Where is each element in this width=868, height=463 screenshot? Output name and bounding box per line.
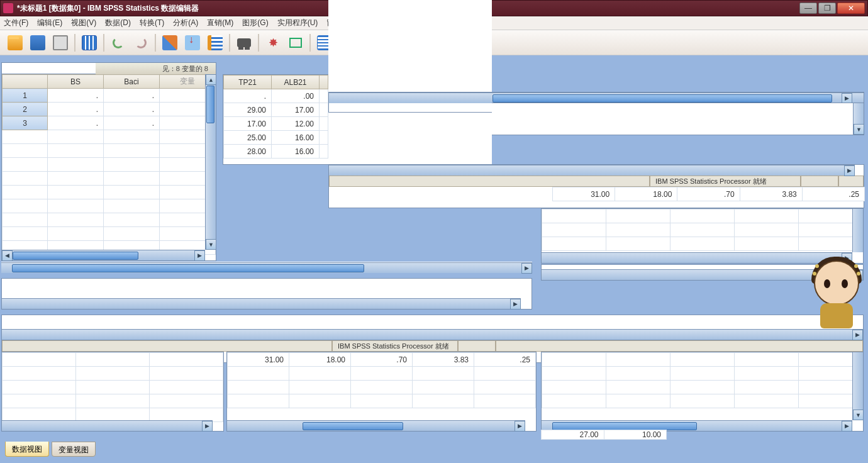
scroll-right-icon[interactable]: ▶	[521, 263, 532, 274]
tab-variable-view[interactable]: 变量视图	[52, 442, 96, 457]
scroll-up-icon[interactable]: ▲	[206, 74, 216, 85]
scroll-left-icon[interactable]: ◀	[2, 250, 13, 261]
cell[interactable]: 16.00	[272, 145, 320, 159]
scroll-right-icon[interactable]: ▶	[842, 421, 852, 432]
menu-edit[interactable]: 编辑(E)	[37, 18, 62, 28]
cell[interactable]: 27.00	[542, 430, 604, 440]
scroll-right-icon[interactable]: ▶	[852, 330, 863, 340]
menu-util[interactable]: 实用程序(U)	[277, 18, 318, 28]
close-button[interactable]: ✕	[837, 3, 865, 14]
menu-view[interactable]: 视图(V)	[71, 18, 96, 28]
menu-analyze[interactable]: 分析(A)	[173, 18, 198, 28]
cell[interactable]: .	[48, 116, 104, 130]
maximize-button[interactable]: ❐	[818, 3, 836, 14]
cell[interactable]: .70	[677, 187, 740, 201]
col-bs[interactable]: BS	[48, 75, 104, 89]
col-tp21[interactable]: TP21	[224, 75, 272, 89]
scroll-down-icon[interactable]: ▼	[854, 124, 864, 135]
cell[interactable]: 18.00	[615, 187, 677, 201]
find-button[interactable]	[234, 33, 254, 53]
cell[interactable]: .	[48, 89, 104, 103]
data-grid-center[interactable]: TP21 ALB21 ..00 29.0017.00 17.0012.00 25…	[223, 75, 328, 159]
scroll-right-icon[interactable]: ▶	[842, 93, 852, 104]
scroll-right-icon[interactable]: ▶	[515, 421, 525, 432]
open-button[interactable]	[5, 33, 25, 53]
hscroll[interactable]: ▶	[542, 252, 852, 263]
cell[interactable]: 31.00	[228, 353, 289, 367]
cell[interactable]: 12.00	[272, 117, 320, 131]
cell[interactable]: .25	[474, 353, 536, 367]
name-box[interactable]	[1, 62, 96, 74]
cell[interactable]: .	[104, 116, 160, 130]
cell[interactable]: .	[48, 103, 104, 116]
scroll-right-icon[interactable]: ▶	[852, 270, 863, 281]
corner-cell[interactable]	[3, 75, 48, 89]
hscroll[interactable]: ▶	[329, 92, 864, 103]
hscroll[interactable]: ▶	[1, 262, 532, 273]
vscroll[interactable]: ▼	[852, 352, 863, 420]
col-baci[interactable]: Baci	[104, 75, 160, 89]
cell[interactable]: 3.83	[740, 187, 802, 201]
hscroll[interactable]: ▶	[227, 420, 525, 431]
hscroll[interactable]: ▶	[2, 298, 521, 309]
row-header-3[interactable]: 3	[3, 116, 48, 130]
scroll-thumb[interactable]	[13, 252, 138, 260]
cell[interactable]: 25.00	[224, 131, 272, 145]
cell[interactable]: 17.00	[272, 103, 320, 117]
cell[interactable]: 17.00	[224, 117, 272, 131]
scroll-thumb[interactable]	[303, 422, 403, 430]
row-header-2[interactable]: 2	[3, 103, 48, 116]
hscroll[interactable]: ▶	[2, 420, 213, 431]
scroll-thumb[interactable]	[552, 422, 697, 430]
scroll-right-icon[interactable]: ▶	[202, 421, 213, 432]
minimize-button[interactable]: —	[799, 3, 817, 14]
scroll-down-icon[interactable]: ▼	[853, 410, 864, 420]
goto-case-button[interactable]	[160, 33, 180, 53]
split-button[interactable]: ✸	[263, 33, 283, 53]
row-header-1[interactable]: 1	[3, 89, 48, 103]
hscroll[interactable]: ▶	[329, 165, 855, 176]
recall-button[interactable]	[79, 33, 99, 53]
menu-file[interactable]: 文件(F)	[4, 18, 28, 28]
cell[interactable]: 16.00	[272, 131, 320, 145]
scroll-thumb[interactable]	[492, 94, 832, 103]
scroll-right-icon[interactable]: ▶	[844, 165, 855, 176]
menu-market[interactable]: 直销(M)	[207, 18, 233, 28]
col-alb21[interactable]: ALB21	[272, 75, 320, 89]
scroll-right-icon[interactable]: ▶	[194, 250, 205, 261]
hscroll[interactable]: ◀ ▶	[2, 250, 205, 260]
vscroll[interactable]: ▼	[853, 103, 864, 135]
scroll-right-icon[interactable]: ▶	[510, 299, 521, 310]
cell[interactable]: .	[224, 89, 272, 103]
scroll-thumb[interactable]	[206, 86, 214, 123]
insert-case-button[interactable]	[182, 33, 203, 53]
redo-button[interactable]	[131, 33, 151, 53]
cell[interactable]: 18.00	[289, 353, 351, 367]
menu-data[interactable]: 数据(D)	[105, 18, 131, 28]
scroll-right-icon[interactable]: ▶	[842, 253, 852, 264]
cell[interactable]: 31.00	[553, 187, 615, 201]
cell[interactable]: 28.00	[224, 145, 272, 159]
hscroll[interactable]: ▶	[542, 269, 863, 280]
cell[interactable]: 29.00	[224, 103, 272, 117]
weight-button[interactable]	[286, 33, 306, 53]
tab-data-view[interactable]: 数据视图	[5, 442, 49, 457]
cell[interactable]: 3.83	[413, 353, 474, 367]
cell[interactable]: .	[104, 89, 160, 103]
menu-transform[interactable]: 转换(T)	[140, 18, 164, 28]
cell[interactable]: .	[104, 103, 160, 116]
save-button[interactable]	[28, 33, 48, 53]
data-grid-left[interactable]: BS Baci 变量 1.. 2.. 3..	[2, 74, 216, 255]
cell[interactable]: .00	[272, 89, 320, 103]
values-grid-lower[interactable]: 31.00 18.00 .70 3.83 .25	[227, 352, 536, 408]
menu-graph[interactable]: 图形(G)	[242, 18, 268, 28]
values-grid[interactable]: 31.00 18.00 .70 3.83 .25	[552, 187, 865, 201]
cell[interactable]: .70	[351, 353, 413, 367]
cell[interactable]: .25	[802, 187, 864, 201]
undo-button[interactable]	[108, 33, 128, 53]
vscroll[interactable]: ▲ ▼	[205, 74, 216, 250]
scroll-down-icon[interactable]: ▼	[206, 239, 216, 250]
insert-var-button[interactable]	[205, 33, 225, 53]
cell[interactable]: 10.00	[604, 430, 667, 440]
hscroll[interactable]: ▶	[2, 329, 863, 340]
